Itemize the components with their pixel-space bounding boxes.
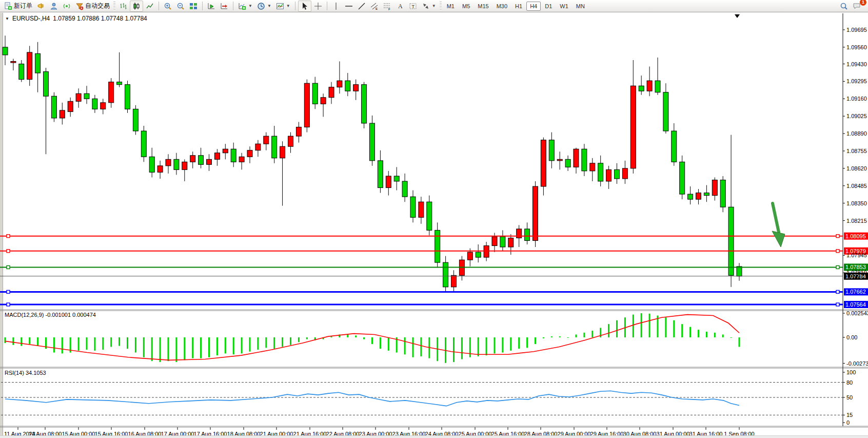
candle-body bbox=[630, 86, 636, 168]
toolbar-separator bbox=[327, 2, 327, 10]
candle-body bbox=[517, 229, 522, 238]
chart-shift-button[interactable] bbox=[218, 1, 230, 11]
macd-bar bbox=[355, 335, 357, 337]
macd-bar bbox=[160, 337, 161, 362]
search-button[interactable] bbox=[838, 1, 850, 11]
macd-bar bbox=[225, 337, 226, 353]
tab-timeframe-d1[interactable]: D1 bbox=[541, 2, 556, 11]
tab-timeframe-h4[interactable]: H4 bbox=[526, 2, 541, 11]
candle-body bbox=[639, 86, 644, 91]
zoom-in-button[interactable] bbox=[162, 1, 174, 11]
macd-bar bbox=[151, 337, 153, 361]
candle-body bbox=[680, 162, 685, 194]
macd-bar bbox=[453, 337, 455, 362]
macd-bar bbox=[78, 337, 80, 351]
candle-body bbox=[647, 81, 652, 91]
svg-text:1.09160: 1.09160 bbox=[846, 96, 867, 102]
candle-body bbox=[231, 149, 236, 162]
macd-bar bbox=[559, 336, 561, 337]
tab-timeframe-mn[interactable]: MN bbox=[573, 2, 588, 11]
macd-bar bbox=[12, 337, 14, 345]
periods-button[interactable]: ▼ bbox=[255, 1, 273, 11]
dropdown-caret-icon: ▼ bbox=[432, 4, 436, 8]
text-button[interactable]: A bbox=[394, 1, 406, 11]
tab-timeframe-h1[interactable]: H1 bbox=[511, 2, 526, 11]
chat-button[interactable]: 1 bbox=[851, 1, 863, 11]
macd-bar bbox=[633, 315, 634, 337]
candle-body bbox=[174, 159, 179, 169]
text-label-button[interactable]: T bbox=[407, 1, 419, 11]
candle-body bbox=[345, 81, 350, 91]
zoom-out-button[interactable] bbox=[174, 1, 187, 11]
market-watch-button[interactable] bbox=[35, 1, 47, 11]
macd-bar bbox=[143, 337, 145, 357]
tab-timeframe-m1[interactable]: M1 bbox=[443, 2, 458, 11]
svg-text:1.08215: 1.08215 bbox=[846, 218, 867, 224]
arrows-tool-button[interactable]: ▼ bbox=[420, 1, 438, 11]
macd-bar bbox=[518, 337, 520, 349]
bar-chart-button[interactable] bbox=[117, 1, 129, 11]
line-anchor-handle bbox=[7, 250, 10, 253]
line-chart-button[interactable] bbox=[144, 1, 156, 11]
macd-bar bbox=[127, 337, 128, 349]
crosshair-icon bbox=[314, 2, 322, 10]
macd-bar bbox=[168, 337, 169, 361]
vertical-line-button[interactable] bbox=[330, 1, 342, 11]
candle-body bbox=[655, 81, 660, 92]
candle-body bbox=[574, 149, 579, 167]
mt4-window: 新订单 自动交易 bbox=[0, 0, 868, 438]
macd-bar bbox=[731, 337, 732, 338]
macd-bar bbox=[714, 333, 716, 337]
signal-button[interactable] bbox=[61, 1, 73, 11]
svg-text:1.08620: 1.08620 bbox=[846, 165, 867, 172]
auto-scroll-button[interactable] bbox=[205, 1, 218, 11]
line-anchor-handle bbox=[836, 235, 839, 238]
auto-trading-icon bbox=[75, 2, 84, 10]
fibonacci-button[interactable]: F bbox=[381, 1, 393, 11]
line-anchor-handle bbox=[7, 290, 10, 293]
macd-bar bbox=[641, 313, 642, 337]
macd-bar bbox=[94, 337, 95, 351]
templates-button[interactable]: ▼ bbox=[274, 1, 292, 11]
cursor-icon bbox=[301, 2, 309, 10]
candle-body bbox=[606, 169, 611, 181]
candle-body bbox=[149, 157, 154, 172]
status-strip bbox=[0, 435, 868, 438]
tile-windows-button[interactable] bbox=[187, 1, 200, 11]
svg-text:1.09295: 1.09295 bbox=[846, 78, 867, 84]
candle-body bbox=[329, 87, 334, 98]
chart-title: ▼ EURUSD-,H4 1.07859 1.07886 1.07748 1.0… bbox=[5, 15, 147, 22]
candle-body bbox=[11, 62, 16, 63]
candle-body bbox=[500, 237, 505, 247]
auto-trading-button[interactable]: 自动交易 bbox=[73, 1, 112, 11]
tab-timeframe-m5[interactable]: M5 bbox=[459, 2, 474, 11]
crosshair-button[interactable] bbox=[312, 1, 324, 11]
candle-body bbox=[223, 149, 228, 153]
candlestick-chart-button[interactable] bbox=[130, 1, 143, 12]
profile-button[interactable] bbox=[48, 1, 60, 11]
tab-timeframe-m30[interactable]: M30 bbox=[493, 2, 511, 11]
macd-bar bbox=[608, 324, 609, 337]
candle-body bbox=[622, 168, 627, 179]
trendline-button[interactable] bbox=[356, 1, 368, 11]
chart-canvas[interactable]: 1.080951.079791.078531.076621.075641.077… bbox=[0, 12, 868, 438]
tab-timeframe-m15[interactable]: M15 bbox=[474, 2, 492, 11]
macd-bar bbox=[265, 337, 267, 348]
down-arrow-icon[interactable] bbox=[773, 203, 779, 232]
indicators-button[interactable]: ▼ bbox=[236, 1, 254, 11]
pane-separators bbox=[0, 13, 868, 427]
chart-dropdown-icon[interactable]: ▼ bbox=[5, 16, 9, 21]
macd-bar bbox=[102, 337, 104, 350]
new-order-button[interactable]: 新订单 bbox=[2, 1, 34, 11]
signal-icon bbox=[63, 2, 71, 10]
down-arrow-annotation bbox=[772, 203, 785, 247]
svg-text:1.09695: 1.09695 bbox=[846, 27, 867, 33]
tab-timeframe-w1[interactable]: W1 bbox=[556, 2, 572, 11]
horizontal-line-button[interactable] bbox=[343, 1, 355, 11]
channel-button[interactable]: E bbox=[368, 1, 381, 11]
candlestick-chart-icon bbox=[132, 2, 141, 10]
cursor-button[interactable] bbox=[298, 1, 311, 12]
candle-body bbox=[207, 159, 212, 164]
macd-bar bbox=[404, 337, 406, 354]
candle-body bbox=[704, 193, 709, 196]
